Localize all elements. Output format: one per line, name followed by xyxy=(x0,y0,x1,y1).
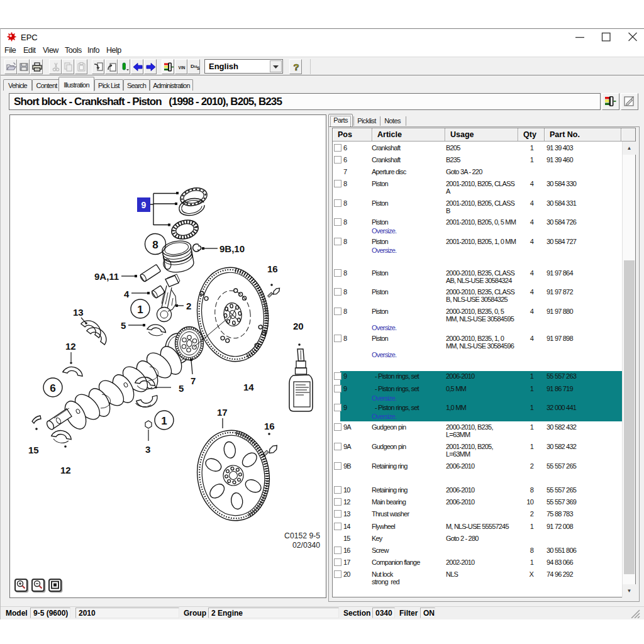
svg-text:5: 5 xyxy=(179,383,184,394)
svg-text:6: 6 xyxy=(50,382,55,394)
svg-text:3: 3 xyxy=(145,444,150,455)
svg-text:5: 5 xyxy=(121,320,126,331)
svg-text:?: ? xyxy=(293,62,299,72)
svg-text:14: 14 xyxy=(243,382,254,392)
svg-text:S: S xyxy=(197,66,200,70)
svg-text:13: 13 xyxy=(73,307,84,318)
svg-text:VIN: VIN xyxy=(179,65,186,70)
svg-text:20: 20 xyxy=(293,321,304,331)
svg-text:1: 1 xyxy=(161,415,167,427)
svg-text:02/0340: 02/0340 xyxy=(292,541,320,550)
svg-text:8: 8 xyxy=(152,239,158,251)
svg-text:2: 2 xyxy=(186,301,191,311)
svg-text:12: 12 xyxy=(65,341,76,352)
svg-text:12: 12 xyxy=(60,465,71,475)
svg-text:9: 9 xyxy=(142,200,147,210)
svg-text:1: 1 xyxy=(137,304,143,316)
svg-text:9B,10: 9B,10 xyxy=(219,243,245,254)
svg-text:16: 16 xyxy=(267,264,278,274)
svg-text:17: 17 xyxy=(217,407,228,418)
svg-text:4: 4 xyxy=(124,289,130,299)
svg-text:16: 16 xyxy=(264,421,275,431)
svg-text:C0152 9-5: C0152 9-5 xyxy=(284,531,320,540)
svg-text:9A,11: 9A,11 xyxy=(94,271,119,282)
svg-text:15: 15 xyxy=(28,445,39,455)
svg-text:7: 7 xyxy=(191,375,196,386)
